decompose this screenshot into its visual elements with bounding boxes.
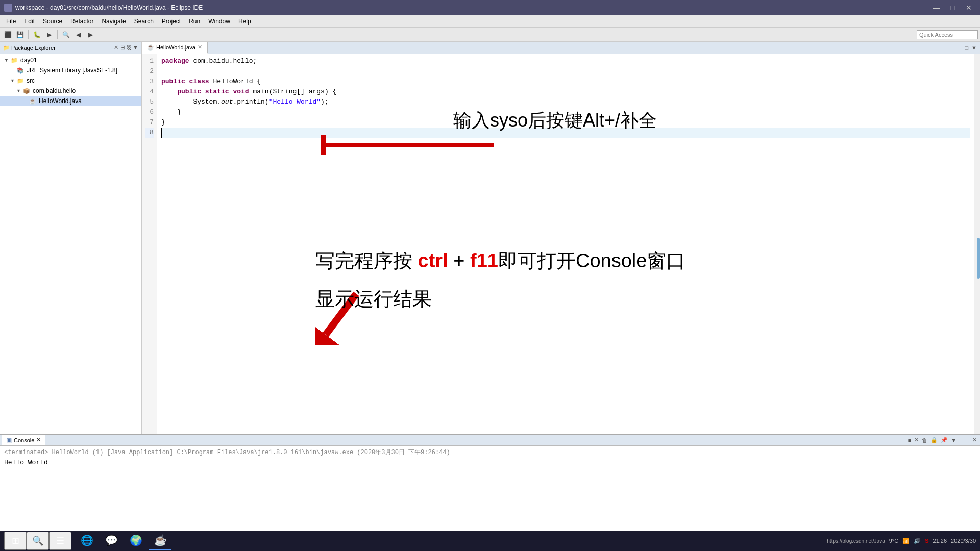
taskbar-eclipse[interactable]: ☕ xyxy=(149,532,172,550)
window-title: workspace - day01/src/com/baidu/hello/He… xyxy=(15,4,203,11)
editor-minimize[interactable]: _ xyxy=(958,45,963,51)
taskbar-time: 21:26 xyxy=(933,538,947,544)
taskbar-ime-tray: S xyxy=(925,538,928,544)
toolbar: ⬛ 💾 🐛 ▶ 🔍 ◀ ▶ xyxy=(0,28,980,42)
editor-menu[interactable]: ▼ xyxy=(970,45,978,51)
code-line-5: System.out.println("Hello World"); xyxy=(161,97,970,107)
maximize-button[interactable]: □ xyxy=(945,2,960,13)
taskbar-right: https://blog.csdn.net/Java 9°C 📶 🔊 S 21:… xyxy=(827,538,976,544)
package-explorer-icon: 📁 xyxy=(3,45,9,51)
code-line-7: } xyxy=(161,117,970,128)
tree-item-jre[interactable]: 📚 JRE System Library [JavaSE-1.8] xyxy=(0,65,141,76)
console-scroll-lock[interactable]: 🔒 xyxy=(929,437,939,443)
pe-link-editor[interactable]: ⛓ xyxy=(126,44,132,51)
menu-edit[interactable]: Edit xyxy=(20,17,39,26)
folder-icon-src: 📁 xyxy=(16,77,24,85)
taskbar-chrome[interactable]: 🌍 xyxy=(125,532,147,550)
taskbar-temp: 9°C xyxy=(889,538,898,544)
start-button[interactable]: ⊞ xyxy=(4,532,27,550)
toolbar-separator-1 xyxy=(28,30,29,39)
menu-refactor[interactable]: Refactor xyxy=(66,17,97,26)
tree-item-helloworldjava[interactable]: ☕ HelloWorld.java xyxy=(0,96,141,106)
console-pin[interactable]: 📌 xyxy=(940,437,949,443)
editor-tab-close[interactable]: ✕ xyxy=(198,44,202,51)
console-terminate[interactable]: ■ xyxy=(907,437,913,443)
tree-item-package[interactable]: ▼ 📦 com.baidu.hello xyxy=(0,86,141,96)
pe-collapse-all[interactable]: ⊟ xyxy=(120,44,125,51)
quick-access-input[interactable] xyxy=(917,30,978,39)
minimize-button[interactable]: — xyxy=(929,2,943,13)
console-icon: ▣ xyxy=(6,437,12,444)
code-editor[interactable]: 1 2 3 4 5 6 7 8 package com.baidu.hello;… xyxy=(142,54,980,434)
console-tab-bar: ▣ Console ✕ ■ ✕ 🗑 🔒 📌 ▼ _ □ ✕ xyxy=(0,435,980,446)
toolbar-run[interactable]: ▶ xyxy=(43,29,55,40)
console-remove[interactable]: ✕ xyxy=(913,437,920,443)
console-tab-close[interactable]: ✕ xyxy=(36,437,41,443)
console-menu[interactable]: ▼ xyxy=(950,437,958,443)
java-file-icon: ☕ xyxy=(29,97,37,105)
line-num-7: 7 xyxy=(145,117,154,128)
scrollbar-thumb xyxy=(977,238,980,279)
tree-area: ▼ 📁 day01 📚 JRE System Library [JavaSE-1… xyxy=(0,54,141,434)
taskbar-url: https://blog.csdn.net/Java xyxy=(827,538,885,544)
toolbar-save[interactable]: 💾 xyxy=(14,29,26,40)
toolbar-forward[interactable]: ▶ xyxy=(85,29,96,40)
taskbar-edge[interactable]: 🌐 xyxy=(76,532,98,550)
package-explorer-header: 📁 Package Explorer ✕ ⊟ ⛓ ▼ xyxy=(0,42,141,54)
toolbar-back[interactable]: ◀ xyxy=(72,29,84,40)
title-bar: workspace - day01/src/com/baidu/hello/He… xyxy=(0,0,980,15)
taskbar-wifi: 📶 xyxy=(902,538,910,544)
toolbar-new[interactable]: ⬛ xyxy=(2,29,13,40)
taskbar-wchat[interactable]: 💬 xyxy=(100,532,122,550)
console-maximize[interactable]: □ xyxy=(965,437,970,443)
line-numbers: 1 2 3 4 5 6 7 8 xyxy=(142,54,157,434)
menu-help[interactable]: Help xyxy=(234,17,255,26)
console-tab[interactable]: ▣ Console ✕ xyxy=(2,435,45,445)
package-explorer-close[interactable]: ✕ xyxy=(114,44,118,51)
code-line-3: public class HelloWorld { xyxy=(161,77,970,87)
tab-java-icon: ☕ xyxy=(147,44,154,51)
pe-menu[interactable]: ▼ xyxy=(133,44,138,51)
menu-run[interactable]: Run xyxy=(185,17,204,26)
ctrl-plus: + xyxy=(448,250,470,271)
toolbar-separator-2 xyxy=(57,30,58,39)
tree-arrow-package: ▼ xyxy=(16,88,22,93)
ctrl-key: ctrl xyxy=(418,250,448,271)
editor-panel: ☕ HelloWorld.java ✕ _ □ ▼ 1 2 3 4 5 6 xyxy=(142,42,980,434)
task-view-button[interactable]: ☰ xyxy=(49,532,71,550)
console-minimize[interactable]: _ xyxy=(959,437,964,443)
ctrl-annotation: 写完程序按 ctrl + f11即可打开Console窗口 xyxy=(315,256,685,266)
editor-maximize[interactable]: □ xyxy=(964,45,969,51)
svg-line-3 xyxy=(326,294,356,335)
editor-tab-label: HelloWorld.java xyxy=(156,44,195,51)
menu-search[interactable]: Search xyxy=(130,17,158,26)
tree-item-src[interactable]: ▼ 📁 src xyxy=(0,76,141,86)
menu-navigate[interactable]: Navigate xyxy=(97,17,130,26)
line-num-2: 2 xyxy=(145,66,154,77)
taskbar-apps: 🌐 💬 🌍 ☕ xyxy=(76,532,172,550)
tree-item-day01[interactable]: ▼ 📁 day01 xyxy=(0,55,141,65)
editor-tab-bar: ☕ HelloWorld.java ✕ _ □ ▼ xyxy=(142,42,980,54)
ctrl-hint-suffix: 即可打开Console窗口 xyxy=(498,250,685,271)
code-line-8 xyxy=(161,128,970,138)
tree-arrow-src: ▼ xyxy=(10,78,16,83)
menu-file[interactable]: File xyxy=(2,17,20,26)
arrow-syso-container xyxy=(321,135,504,159)
close-button[interactable]: ✕ xyxy=(962,2,976,13)
line-num-4: 4 xyxy=(145,87,154,97)
editor-scrollbar[interactable] xyxy=(974,54,980,434)
search-button[interactable]: 🔍 xyxy=(27,532,49,550)
menu-project[interactable]: Project xyxy=(158,17,185,26)
menu-window[interactable]: Window xyxy=(204,17,234,26)
app-icon xyxy=(4,4,12,12)
editor-tab-helloworld[interactable]: ☕ HelloWorld.java ✕ xyxy=(142,42,208,54)
menu-source[interactable]: Source xyxy=(39,17,66,26)
toolbar-search[interactable]: 🔍 xyxy=(60,29,71,40)
toolbar-debug[interactable]: 🐛 xyxy=(31,29,42,40)
console-clear[interactable]: 🗑 xyxy=(921,437,928,443)
console-close[interactable]: ✕ xyxy=(971,437,978,443)
result-hint-text: 显示运行结果 xyxy=(315,288,432,310)
menu-bar: File Edit Source Refactor Navigate Searc… xyxy=(0,15,980,28)
tree-label-day01: day01 xyxy=(20,57,37,64)
code-content[interactable]: package com.baidu.hello; public class He… xyxy=(157,54,974,434)
